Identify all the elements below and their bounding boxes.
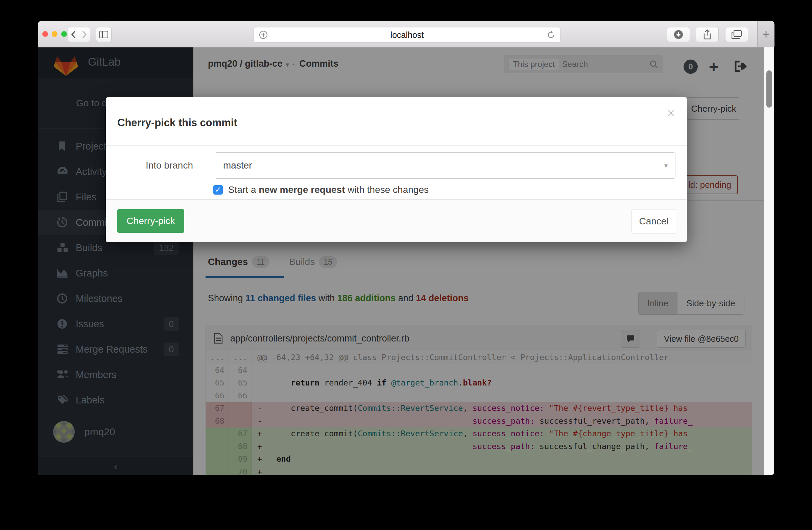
share-icon <box>703 29 712 40</box>
selected-branch: master <box>223 160 252 171</box>
checkbox-label-prefix: Start a <box>228 184 259 195</box>
url-field[interactable]: localhost <box>253 27 561 43</box>
modal-header-divider <box>106 145 687 145</box>
cherry-pick-submit-button[interactable]: Cherry-pick <box>117 209 184 233</box>
modal-close-button[interactable]: × <box>667 107 675 120</box>
modal-footer: Cherry-pick Cancel <box>106 199 687 242</box>
scrollbar-track[interactable] <box>764 47 774 475</box>
plus-icon <box>762 30 770 38</box>
new-tab-button[interactable] <box>757 21 774 47</box>
url-text: localhost <box>390 30 424 40</box>
check-icon: ✓ <box>215 185 221 194</box>
safari-window: localhost <box>38 21 774 475</box>
sidebar-toggle-icon <box>99 31 108 38</box>
window-close-button[interactable] <box>42 31 48 37</box>
checkbox-label-bold: new merge request <box>259 184 345 195</box>
window-zoom-button[interactable] <box>61 31 67 37</box>
close-icon: × <box>667 106 675 120</box>
cancel-button[interactable]: Cancel <box>632 209 676 234</box>
merge-request-checkbox[interactable]: ✓ <box>213 185 223 195</box>
sidebar-toggle-button[interactable] <box>96 27 112 42</box>
select-caret-icon: ▾ <box>664 162 668 170</box>
scrollbar-thumb[interactable] <box>766 70 772 108</box>
tabs-overview-button[interactable] <box>725 27 748 42</box>
back-button[interactable] <box>68 27 79 42</box>
branch-select[interactable]: master ▾ <box>215 152 676 179</box>
checkbox-label-suffix: with these changes <box>345 184 429 195</box>
downloads-button[interactable] <box>667 27 690 42</box>
reader-plus-icon[interactable] <box>259 27 268 42</box>
cherry-pick-modal: × Cherry-pick this commit Into branch ma… <box>106 97 687 242</box>
into-branch-label: Into branch <box>106 160 193 171</box>
modal-title: Cherry-pick this commit <box>117 117 237 129</box>
merge-request-checkbox-row: ✓ Start a new merge request with these c… <box>213 184 429 195</box>
merge-request-checkbox-label[interactable]: Start a new merge request with these cha… <box>228 184 429 195</box>
window-minimize-button[interactable] <box>52 31 57 37</box>
forward-chevron-icon <box>82 30 87 39</box>
reload-icon[interactable] <box>547 27 555 42</box>
tabs-overview-icon <box>731 30 742 39</box>
browser-toolbar: localhost <box>38 21 774 48</box>
download-icon <box>673 29 683 40</box>
share-button[interactable] <box>696 27 719 42</box>
page-viewport: GitLab Go to dashboard ProjectActivityFi… <box>38 47 774 475</box>
back-chevron-icon <box>71 30 76 39</box>
forward-button[interactable] <box>79 27 90 42</box>
